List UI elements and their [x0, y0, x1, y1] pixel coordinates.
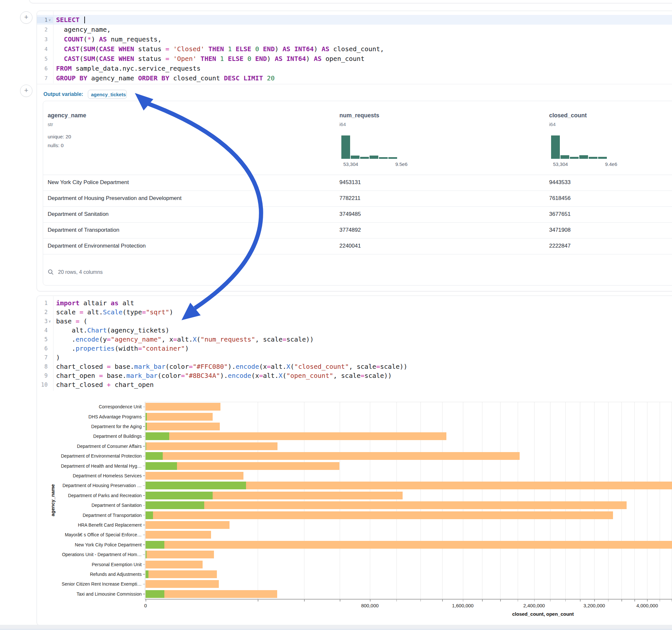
histogram-bar — [379, 157, 388, 159]
code-line[interactable]: 2scale = alt.Scale(type="sqrt") — [37, 308, 672, 317]
value-cell: 3774892 — [339, 227, 361, 233]
line-number-gutter: 8 — [37, 363, 53, 370]
line-number: 4 — [44, 327, 49, 334]
value-cell: 2222847 — [549, 243, 571, 249]
python-code-editor[interactable]: 1import altair as alt2scale = alt.Scale(… — [37, 298, 672, 389]
column-stat: nulls: 0 — [48, 143, 64, 148]
histogram-bar — [598, 157, 607, 159]
line-number: 10 — [41, 382, 49, 388]
code-line[interactable]: 4 CAST(SUM(CASE WHEN status = 'Closed' T… — [37, 44, 672, 54]
histogram-bar — [589, 157, 597, 159]
code-text: agency_name, — [53, 26, 111, 33]
column-histogram — [551, 136, 607, 159]
search-icon[interactable] — [48, 269, 54, 275]
line-number-gutter: 2 — [37, 27, 53, 33]
line-number-gutter: 3 — [37, 36, 53, 43]
previous-cell-edge — [29, 0, 672, 3]
code-line[interactable]: 6 .properties(width="container") — [37, 344, 672, 353]
line-number: 6 — [44, 66, 49, 72]
line-number: 5 — [44, 56, 49, 62]
fold-chevron-icon[interactable]: ∨ — [49, 319, 53, 323]
code-text: scale = alt.Scale(type="sqrt") — [53, 308, 173, 316]
line-number-gutter: 5 — [37, 56, 53, 62]
line-number-gutter: 2 — [37, 309, 53, 315]
line-number-gutter: 7 — [37, 354, 53, 361]
code-text: .properties(width="container") — [53, 344, 189, 352]
line-number-gutter: 6 — [37, 345, 53, 352]
line-number: 7 — [44, 354, 49, 361]
agency-name-cell: Department of Sanitation — [48, 211, 109, 217]
column-type: i64 — [549, 122, 556, 127]
histogram-min-label: 53,304 — [343, 162, 358, 167]
line-number: 1 — [44, 300, 49, 306]
code-text: ) — [53, 354, 60, 361]
fold-chevron-icon[interactable]: ∨ — [49, 18, 53, 22]
add-cell-button[interactable]: + — [20, 11, 32, 24]
histogram-bar — [551, 136, 560, 159]
code-text: import altair as alt — [53, 299, 134, 307]
histogram-bar — [369, 155, 378, 159]
column-name: agency_name — [48, 112, 86, 119]
python-cell: 1import altair as alt2scale = alt.Scale(… — [37, 295, 672, 626]
histogram-bar — [388, 157, 397, 159]
line-number-gutter: 6 — [37, 66, 53, 72]
line-number: 3 — [44, 36, 49, 43]
sql-cell: 1∨SELECT 2 agency_name,3 COUNT(*) AS num… — [37, 11, 672, 291]
table-row: Department of Sanitation37494853677651 — [43, 207, 672, 223]
value-cell: 3471908 — [549, 227, 571, 233]
value-cell: 9443533 — [549, 179, 571, 186]
code-text: GROUP BY agency_name ORDER BY closed_cou… — [53, 74, 274, 82]
sql-code-editor[interactable]: 1∨SELECT 2 agency_name,3 COUNT(*) AS num… — [37, 15, 672, 83]
line-number-gutter: 10 — [37, 382, 53, 388]
code-line[interactable]: 5 CAST(SUM(CASE WHEN status = 'Open' THE… — [37, 54, 672, 64]
results-table: agency_namestrunique: 20nulls: 0num_requ… — [43, 101, 672, 286]
code-text: alt.Chart(agency_tickets) — [53, 326, 169, 334]
output-variable-pill[interactable]: agency_tickets — [88, 90, 127, 99]
code-line[interactable]: 1import altair as alt — [37, 298, 672, 308]
value-cell: 7782211 — [339, 195, 360, 201]
line-number: 1 — [44, 17, 49, 23]
output-variable-label: Output variable: — [44, 91, 83, 97]
line-number: 9 — [44, 372, 49, 379]
code-line[interactable]: 1∨SELECT — [37, 15, 672, 25]
line-number: 4 — [44, 46, 49, 52]
add-cell-button[interactable]: + — [20, 84, 32, 97]
value-cell: 9453131 — [339, 179, 361, 186]
code-line[interactable]: 5 .encode(y="agency_name", x=alt.X("num_… — [37, 335, 672, 344]
code-text: chart_closed + chart_open — [53, 381, 154, 389]
code-line[interactable]: 9chart_open = base.mark_bar(color="#8BC3… — [37, 371, 672, 380]
code-line[interactable]: 4 alt.Chart(agency_tickets) — [37, 326, 672, 335]
line-number: 7 — [44, 75, 49, 81]
agency-name-cell: Department of Transportation — [48, 227, 119, 233]
code-line[interactable]: 8chart_closed = base.mark_bar(color="#FF… — [37, 362, 672, 371]
code-line[interactable]: 3 COUNT(*) AS num_requests, — [37, 34, 672, 44]
agency-name-cell: New York City Police Department — [48, 179, 129, 186]
line-number: 2 — [44, 309, 49, 315]
code-line[interactable]: 7) — [37, 353, 672, 362]
column-histogram — [341, 136, 397, 159]
line-number: 6 — [44, 345, 49, 352]
line-number: 2 — [44, 27, 49, 33]
line-number-gutter: 1∨ — [37, 17, 53, 23]
line-number: 5 — [44, 336, 49, 343]
code-line[interactable]: 3∨base = ( — [37, 317, 672, 326]
histogram-max-label: 9.4e6 — [585, 162, 617, 167]
histogram-max-label: 9.5e6 — [375, 162, 407, 167]
code-text: CAST(SUM(CASE WHEN status = 'Closed' THE… — [53, 45, 384, 53]
line-number-gutter: 5 — [37, 336, 53, 343]
code-line[interactable]: 10chart_closed + chart_open — [37, 380, 672, 389]
column-name: closed_count — [549, 112, 587, 119]
line-number-gutter: 4 — [37, 46, 53, 52]
agency-name-cell: Department of Environmental Protection — [48, 243, 146, 249]
code-line[interactable]: 7GROUP BY agency_name ORDER BY closed_co… — [37, 73, 672, 83]
histogram-bar — [579, 155, 588, 159]
line-number: 3 — [44, 318, 49, 324]
histogram-bar — [570, 157, 579, 159]
line-number-gutter: 4 — [37, 327, 53, 334]
histogram-bar — [360, 157, 369, 159]
text-cursor — [84, 17, 85, 23]
column-stat: unique: 20 — [48, 134, 71, 140]
code-line[interactable]: 2 agency_name, — [37, 25, 672, 34]
line-number-gutter: 7 — [37, 75, 53, 81]
code-line[interactable]: 6FROM sample_data.nyc.service_requests — [37, 64, 672, 73]
